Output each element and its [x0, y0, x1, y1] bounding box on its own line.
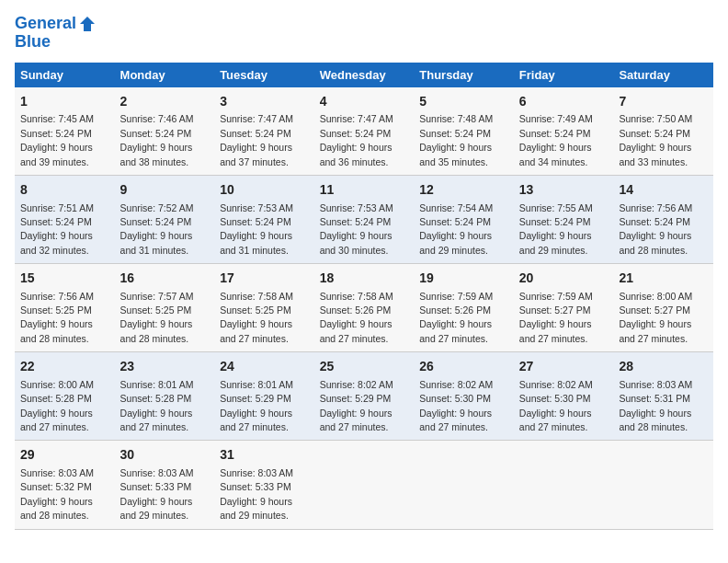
calendar-cell: 17Sunrise: 7:58 AM Sunset: 5:25 PM Dayli…: [214, 264, 314, 352]
calendar-header: SundayMondayTuesdayWednesdayThursdayFrid…: [15, 63, 713, 87]
day-info: Sunrise: 7:46 AM Sunset: 5:24 PM Dayligh…: [120, 113, 194, 167]
calendar-cell: 14Sunrise: 7:56 AM Sunset: 5:24 PM Dayli…: [613, 175, 713, 263]
day-info: Sunrise: 7:53 AM Sunset: 5:24 PM Dayligh…: [220, 202, 293, 256]
page-header: General Blue: [15, 15, 713, 52]
calendar-cell: 1Sunrise: 7:45 AM Sunset: 5:24 PM Daylig…: [15, 87, 115, 176]
day-number: 26: [419, 358, 508, 376]
calendar-cell: 24Sunrise: 8:01 AM Sunset: 5:29 PM Dayli…: [214, 352, 314, 441]
day-info: Sunrise: 7:47 AM Sunset: 5:24 PM Dayligh…: [220, 113, 293, 167]
day-info: Sunrise: 8:00 AM Sunset: 5:28 PM Dayligh…: [20, 379, 94, 432]
calendar-body: 1Sunrise: 7:45 AM Sunset: 5:24 PM Daylig…: [15, 87, 713, 529]
day-info: Sunrise: 7:59 AM Sunset: 5:26 PM Dayligh…: [419, 291, 493, 344]
day-info: Sunrise: 7:56 AM Sunset: 5:24 PM Dayligh…: [619, 202, 692, 256]
calendar-cell: [414, 441, 514, 529]
calendar-cell: 3Sunrise: 7:47 AM Sunset: 5:24 PM Daylig…: [214, 87, 314, 176]
calendar-cell: 15Sunrise: 7:56 AM Sunset: 5:25 PM Dayli…: [15, 264, 115, 352]
day-number: 5: [419, 93, 508, 111]
day-number: 29: [20, 446, 109, 465]
day-info: Sunrise: 7:48 AM Sunset: 5:24 PM Dayligh…: [419, 113, 493, 167]
day-number: 20: [519, 270, 609, 288]
day-number: 17: [220, 270, 309, 288]
day-info: Sunrise: 7:58 AM Sunset: 5:25 PM Dayligh…: [220, 291, 293, 344]
calendar-cell: 31Sunrise: 8:03 AM Sunset: 5:33 PM Dayli…: [214, 441, 314, 529]
day-info: Sunrise: 8:03 AM Sunset: 5:31 PM Dayligh…: [619, 379, 692, 432]
day-info: Sunrise: 7:54 AM Sunset: 5:24 PM Dayligh…: [419, 202, 493, 256]
day-number: 10: [220, 181, 309, 200]
day-info: Sunrise: 8:03 AM Sunset: 5:33 PM Dayligh…: [220, 467, 293, 521]
day-info: Sunrise: 7:50 AM Sunset: 5:24 PM Dayligh…: [619, 113, 692, 167]
calendar-cell: 12Sunrise: 7:54 AM Sunset: 5:24 PM Dayli…: [414, 175, 514, 263]
day-info: Sunrise: 8:01 AM Sunset: 5:28 PM Dayligh…: [120, 379, 194, 432]
day-number: 16: [120, 270, 210, 288]
day-number: 14: [619, 181, 708, 200]
svg-marker-0: [80, 17, 95, 31]
day-number: 23: [120, 358, 210, 376]
calendar-cell: 27Sunrise: 8:02 AM Sunset: 5:30 PM Dayli…: [514, 352, 614, 441]
day-number: 12: [419, 181, 508, 200]
calendar-cell: 7Sunrise: 7:50 AM Sunset: 5:24 PM Daylig…: [613, 87, 713, 176]
day-info: Sunrise: 7:51 AM Sunset: 5:24 PM Dayligh…: [20, 202, 94, 256]
day-number: 27: [519, 358, 609, 376]
calendar-cell: 26Sunrise: 8:02 AM Sunset: 5:30 PM Dayli…: [414, 352, 514, 441]
calendar-cell: 22Sunrise: 8:00 AM Sunset: 5:28 PM Dayli…: [15, 352, 115, 441]
calendar-cell: 8Sunrise: 7:51 AM Sunset: 5:24 PM Daylig…: [15, 175, 115, 263]
day-header-sunday: Sunday: [15, 63, 115, 87]
day-number: 18: [320, 270, 409, 288]
calendar-cell: [514, 441, 614, 529]
day-number: 15: [20, 270, 109, 288]
day-number: 25: [320, 358, 409, 376]
day-info: Sunrise: 8:03 AM Sunset: 5:32 PM Dayligh…: [20, 467, 94, 521]
logo-text-blue: Blue: [15, 33, 97, 52]
day-info: Sunrise: 7:49 AM Sunset: 5:24 PM Dayligh…: [519, 113, 593, 167]
day-number: 21: [619, 270, 708, 288]
day-info: Sunrise: 7:53 AM Sunset: 5:24 PM Dayligh…: [320, 202, 393, 256]
day-number: 6: [519, 93, 609, 111]
calendar-table: SundayMondayTuesdayWednesdayThursdayFrid…: [15, 63, 713, 530]
day-info: Sunrise: 7:59 AM Sunset: 5:27 PM Dayligh…: [519, 291, 593, 344]
calendar-cell: 11Sunrise: 7:53 AM Sunset: 5:24 PM Dayli…: [314, 175, 415, 263]
day-number: 22: [20, 358, 109, 376]
day-info: Sunrise: 8:03 AM Sunset: 5:33 PM Dayligh…: [120, 467, 194, 521]
calendar-cell: 28Sunrise: 8:03 AM Sunset: 5:31 PM Dayli…: [613, 352, 713, 441]
day-number: 8: [20, 181, 109, 200]
day-info: Sunrise: 7:55 AM Sunset: 5:24 PM Dayligh…: [519, 202, 593, 256]
day-info: Sunrise: 7:47 AM Sunset: 5:24 PM Dayligh…: [320, 113, 393, 167]
day-number: 19: [419, 270, 508, 288]
day-number: 31: [220, 446, 309, 465]
calendar-cell: 4Sunrise: 7:47 AM Sunset: 5:24 PM Daylig…: [314, 87, 415, 176]
day-number: 11: [320, 181, 409, 200]
day-number: 2: [120, 93, 210, 111]
calendar-cell: [314, 441, 415, 529]
calendar-cell: 2Sunrise: 7:46 AM Sunset: 5:24 PM Daylig…: [115, 87, 215, 176]
calendar-cell: 30Sunrise: 8:03 AM Sunset: 5:33 PM Dayli…: [115, 441, 215, 529]
calendar-cell: 20Sunrise: 7:59 AM Sunset: 5:27 PM Dayli…: [514, 264, 614, 352]
day-number: 13: [519, 181, 609, 200]
day-number: 7: [619, 93, 708, 111]
day-header-tuesday: Tuesday: [214, 63, 314, 87]
calendar-cell: 18Sunrise: 7:58 AM Sunset: 5:26 PM Dayli…: [314, 264, 415, 352]
day-header-thursday: Thursday: [414, 63, 514, 87]
day-header-friday: Friday: [514, 63, 614, 87]
logo: General Blue: [15, 15, 97, 52]
calendar-cell: 5Sunrise: 7:48 AM Sunset: 5:24 PM Daylig…: [414, 87, 514, 176]
calendar-cell: 16Sunrise: 7:57 AM Sunset: 5:25 PM Dayli…: [115, 264, 215, 352]
logo-icon: [78, 15, 97, 33]
day-number: 24: [220, 358, 309, 376]
day-number: 28: [619, 358, 708, 376]
day-info: Sunrise: 8:00 AM Sunset: 5:27 PM Dayligh…: [619, 291, 692, 344]
calendar-cell: 10Sunrise: 7:53 AM Sunset: 5:24 PM Dayli…: [214, 175, 314, 263]
day-header-saturday: Saturday: [613, 63, 713, 87]
day-info: Sunrise: 7:57 AM Sunset: 5:25 PM Dayligh…: [120, 291, 194, 344]
day-info: Sunrise: 7:56 AM Sunset: 5:25 PM Dayligh…: [20, 291, 94, 344]
calendar-cell: 29Sunrise: 8:03 AM Sunset: 5:32 PM Dayli…: [15, 441, 115, 529]
day-number: 1: [20, 93, 109, 111]
logo-text: General: [15, 15, 76, 33]
calendar-cell: 13Sunrise: 7:55 AM Sunset: 5:24 PM Dayli…: [514, 175, 614, 263]
day-number: 4: [320, 93, 409, 111]
day-info: Sunrise: 8:01 AM Sunset: 5:29 PM Dayligh…: [220, 379, 293, 432]
calendar-cell: 23Sunrise: 8:01 AM Sunset: 5:28 PM Dayli…: [115, 352, 215, 441]
day-info: Sunrise: 7:52 AM Sunset: 5:24 PM Dayligh…: [120, 202, 194, 256]
calendar-cell: [613, 441, 713, 529]
day-info: Sunrise: 7:45 AM Sunset: 5:24 PM Dayligh…: [20, 113, 94, 167]
day-number: 30: [120, 446, 210, 465]
